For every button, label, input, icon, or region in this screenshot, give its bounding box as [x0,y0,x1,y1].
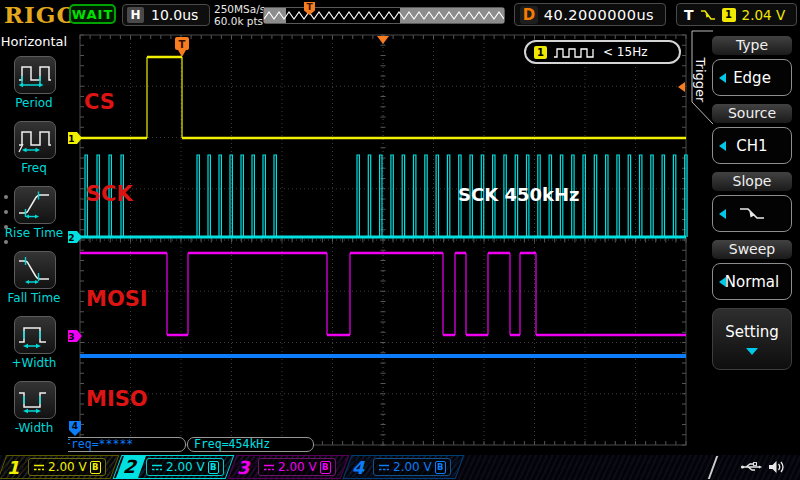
trigger-sweep-button[interactable]: Normal [712,263,792,300]
falling-edge-icon [737,206,767,222]
channel1-scale-pill: 2.00 V B [28,458,106,476]
bandwidth-limit-icon: B [435,461,446,474]
trigger-frequency-value: < 15Hz [603,45,647,59]
delay-value: 40.2000000us [538,7,660,23]
oscilloscope-screen: RIGOL WAIT H 10.0us 250MSa/s 60.0k pts T… [0,0,800,480]
channel3-scale: 2.00 V [278,460,317,474]
speaker-icon [768,459,784,475]
left-arrow-icon [719,141,726,151]
channel2-control[interactable]: 2 2.00 V B [117,455,230,479]
trigger-level-marker[interactable] [678,82,685,92]
svg-text:4: 4 [72,421,78,431]
channel2-scale: 2.00 V [166,460,205,474]
channel2-scale-pill: 2.00 V B [146,458,224,476]
sample-rate: 250MSa/s [214,3,265,15]
sck-trace [80,155,687,237]
scope-graticule-svg: 1234TCSSCKMOSIMISOSCK 450kHz [64,30,690,455]
type-header: Type [712,36,792,55]
channel1-control[interactable]: 1 2.00 V B [2,455,115,479]
rise-time-icon [18,191,52,219]
fall-time-label: Fall Time [0,291,68,305]
signal-label: SCK 450kHz [458,184,579,205]
channel-status-bar: 1 2.00 V B 2 2.00 V B 3 [0,455,800,480]
signal-label: CS [84,90,115,114]
trigger-source-button[interactable]: CH1 [712,127,792,164]
minus-width-icon [18,386,52,414]
channel3-scale-pill: 2.00 V B [258,458,336,476]
svg-text:1: 1 [68,134,74,144]
trigger-menu-tab: Trigger [692,45,708,115]
horizontal-measure-menu: Horizontal Period Freq [0,30,68,455]
rise-time-label: Rise Time [0,226,68,240]
dc-coupling-icon [263,463,275,472]
falling-edge-icon [700,9,716,21]
channel4-scale: 2.00 V [393,460,432,474]
delay-label: D [520,6,538,24]
chevron-down-icon [746,348,758,355]
period-icon [18,61,52,89]
minus-width-button[interactable] [14,381,56,419]
trigger-type-button[interactable]: Edge [712,59,792,96]
freq-label: Freq [0,161,68,175]
left-menu-title: Horizontal [0,34,68,49]
channel3-control[interactable]: 3 2.00 V B [232,455,345,479]
memory-depth: 60.0k pts [214,15,265,27]
horizontal-center-marker[interactable] [377,36,389,44]
top-status-bar: RIGOL WAIT H 10.0us 250MSa/s 60.0k pts T… [0,0,800,30]
fall-time-icon [18,256,52,284]
mosi-trace [80,253,686,335]
trigger-type-value: Edge [733,69,771,87]
graticule [80,35,686,445]
measurement-freq-ch2: Freq=454kHz [187,437,314,452]
svg-text:3: 3 [68,332,74,342]
cs-trace [80,57,686,138]
trigger-frequency-box: 1 < 15Hz [524,40,681,64]
trigger-channel-badge: 1 [534,46,547,59]
period-button[interactable] [14,56,56,94]
channel1-number: 1 [2,457,24,478]
plus-width-button[interactable] [14,316,56,354]
left-arrow-icon [719,277,726,287]
channel4-control[interactable]: 4 2.00 V B [347,455,460,479]
signal-label: MISO [86,387,148,411]
menu-page-dot [4,240,8,244]
bottom-bar-separator [708,456,718,479]
plus-width-icon [18,321,52,349]
trigger-position-flag[interactable]: T [175,37,189,57]
svg-text:T: T [179,39,186,50]
sweep-header: Sweep [712,240,792,259]
fall-time-button[interactable] [14,251,56,289]
bandwidth-limit-icon: B [90,461,101,474]
freq-button[interactable] [14,121,56,159]
dc-coupling-icon [378,463,390,472]
plus-width-label: +Width [0,356,68,370]
dc-coupling-icon [151,463,163,472]
channel1-scale: 2.00 V [48,460,87,474]
minus-width-label: -Width [0,421,68,435]
trigger-setting-button[interactable]: Setting [712,308,792,370]
horizontal-scale-readout: H 10.0us [122,4,210,26]
run-status-badge: WAIT [69,4,116,24]
channel4-scale-pill: 2.00 V B [373,458,451,476]
ch4-position-marker[interactable]: 4 [69,421,81,436]
waveform-display: 1234TCSSCKMOSIMISOSCK 450kHz [64,30,690,455]
h-label: H [127,7,144,23]
trigger-delay-readout: D 40.2000000us [514,3,666,26]
acquisition-readout: 250MSa/s 60.0k pts [214,3,265,27]
slope-header: Slope [712,172,792,191]
trigger-source-value: CH1 [736,137,767,155]
timebase-value: 10.0us [151,7,198,23]
menu-page-dot [4,210,8,214]
signal-label: MOSI [86,287,148,311]
usb-icon [740,460,762,474]
trigger-label: T [684,7,694,23]
pulse-train-icon [553,46,597,59]
trigger-status-readout: T 1 2.04 V [676,3,797,26]
trigger-source-badge: 1 [722,8,736,22]
waveform-position-preview[interactable]: T [263,7,505,24]
signal-label: SCK [86,182,134,206]
trigger-slope-button[interactable] [712,195,792,232]
channel4-number: 4 [347,457,369,478]
rise-time-button[interactable] [14,186,56,224]
left-arrow-icon [719,209,726,219]
